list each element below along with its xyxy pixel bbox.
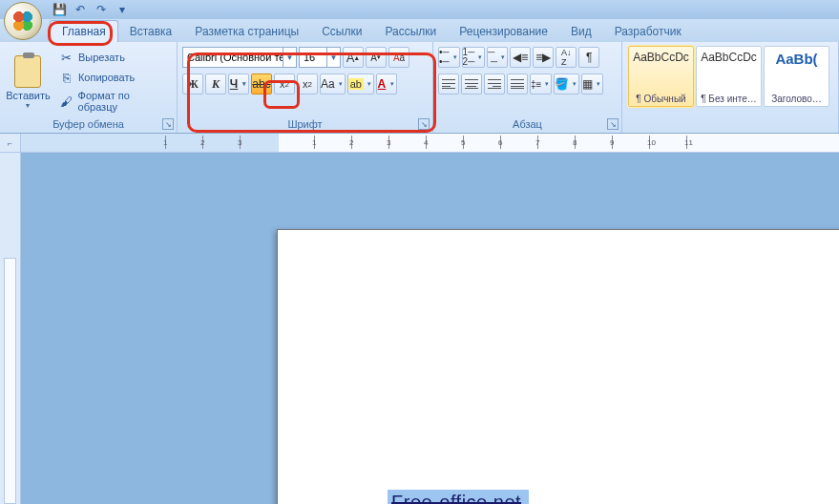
tab-insert[interactable]: Вставка <box>118 21 184 42</box>
outdent-icon: ◀≡ <box>513 51 528 64</box>
font-launcher[interactable]: ↘ <box>418 118 430 130</box>
document-page[interactable]: Free-office.net <box>277 229 839 504</box>
multilevel-icon: ─ ─ <box>488 48 497 67</box>
strikethrough-button[interactable]: abc <box>251 74 272 94</box>
pilcrow-icon: ¶ <box>586 51 592 64</box>
qat-save-button[interactable]: 💾 <box>52 2 67 17</box>
paragraph-launcher[interactable]: ↘ <box>607 118 619 130</box>
ruler-corner-button[interactable]: ⌐ <box>0 134 21 152</box>
bold-button[interactable]: Ж <box>182 74 203 94</box>
bucket-icon: 🪣 <box>555 77 569 91</box>
chevron-down-icon[interactable]: ▼ <box>283 48 296 67</box>
horizontal-ruler-bar: ⌐ 3211234567891011 <box>0 134 839 153</box>
copy-icon: ⎘ <box>59 70 74 85</box>
increase-indent-button[interactable]: ≡▶ <box>533 47 554 68</box>
style-normal[interactable]: AaBbCcDc ¶ Обычный <box>628 46 694 107</box>
brush-icon: 🖌 <box>59 94 74 109</box>
superscript-button[interactable]: x2 <box>297 74 318 94</box>
bullets-icon: •─•─ <box>439 48 450 67</box>
selected-text[interactable]: Free-office.net <box>388 490 529 504</box>
borders-icon: ▦ <box>582 77 593 91</box>
qat-undo-button[interactable]: ↶ <box>73 2 88 17</box>
paste-label: Вставить <box>6 90 51 101</box>
align-right-button[interactable] <box>484 74 505 94</box>
align-right-icon <box>488 79 501 89</box>
format-painter-button[interactable]: 🖌Формат по образцу <box>56 88 173 115</box>
align-left-button[interactable] <box>438 74 459 94</box>
ribbon-tabs: Главная Вставка Разметка страницы Ссылки… <box>0 19 839 42</box>
group-clipboard: Вставить ▾ ✂Вырезать ⎘Копировать 🖌Формат… <box>0 42 178 133</box>
shading-button[interactable]: 🪣 <box>554 74 579 94</box>
font-color-button[interactable]: A <box>376 74 397 94</box>
font-size-combo[interactable]: 16▼ <box>299 47 341 68</box>
decrease-indent-button[interactable]: ◀≡ <box>510 47 531 68</box>
justify-button[interactable] <box>507 74 528 94</box>
style-heading1[interactable]: AaBb( Заголово… <box>764 46 829 107</box>
sort-icon: A↓Z <box>561 48 572 67</box>
horizontal-ruler[interactable]: 3211234567891011 <box>21 134 839 152</box>
change-case-button[interactable]: Aa <box>320 74 346 94</box>
vertical-ruler[interactable] <box>0 153 21 504</box>
tab-references[interactable]: Ссылки <box>310 21 373 42</box>
numbering-button[interactable]: 1─2─ <box>462 47 486 68</box>
tab-page-layout[interactable]: Разметка страницы <box>183 21 310 42</box>
clear-formatting-button[interactable]: Aa <box>388 47 409 68</box>
underline-button[interactable]: Ч <box>228 74 249 94</box>
office-logo-icon <box>12 10 33 32</box>
borders-button[interactable]: ▦ <box>581 74 603 94</box>
tab-review[interactable]: Рецензирование <box>448 21 559 42</box>
style-no-spacing[interactable]: AaBbCcDc ¶ Без инте… <box>696 46 762 107</box>
ribbon: Вставить ▾ ✂Вырезать ⎘Копировать 🖌Формат… <box>0 42 839 134</box>
qat-customize-button[interactable]: ▾ <box>115 2 130 17</box>
show-marks-button[interactable]: ¶ <box>578 47 599 68</box>
document-workspace: Free-office.net <box>0 153 839 504</box>
group-font-label: Шрифт <box>181 116 429 133</box>
sort-button[interactable]: A↓Z <box>556 47 577 68</box>
multilevel-list-button[interactable]: ─ ─ <box>487 47 508 68</box>
tab-view[interactable]: Вид <box>559 21 603 42</box>
font-name-combo[interactable]: Calibri (Основной те▼ <box>182 47 297 68</box>
numbering-icon: 1─2─ <box>463 48 475 67</box>
align-center-icon <box>465 79 478 89</box>
italic-button[interactable]: К <box>205 74 226 94</box>
group-clipboard-label: Буфер обмена <box>4 116 173 133</box>
subscript-button[interactable]: x2 <box>274 74 295 94</box>
scissors-icon: ✂ <box>59 50 74 65</box>
group-paragraph: •─•─ 1─2─ ─ ─ ◀≡ ≡▶ A↓Z ¶ ‡≡ 🪣 ▦ Абзац ↘ <box>433 42 622 133</box>
grow-font-button[interactable]: A▲ <box>343 47 364 68</box>
align-center-button[interactable] <box>461 74 482 94</box>
group-styles: AaBbCcDc ¶ Обычный AaBbCcDc ¶ Без инте… … <box>622 42 839 133</box>
highlight-color-button[interactable]: ab <box>347 74 374 94</box>
qat-redo-button[interactable]: ↷ <box>94 2 109 17</box>
group-font: Calibri (Основной те▼ 16▼ A▲ A▼ Aa Ж К Ч… <box>178 42 433 133</box>
paste-icon <box>14 55 41 88</box>
paste-button[interactable]: Вставить ▾ <box>4 44 52 116</box>
line-spacing-icon: ‡≡ <box>531 79 541 90</box>
justify-icon <box>511 79 524 89</box>
document-canvas[interactable]: Free-office.net <box>29 153 839 504</box>
indent-icon: ≡▶ <box>535 51 551 64</box>
title-bar: 💾 ↶ ↷ ▾ <box>0 0 839 19</box>
chevron-down-icon[interactable]: ▼ <box>326 48 340 67</box>
line-spacing-button[interactable]: ‡≡ <box>530 74 552 94</box>
office-button[interactable] <box>4 2 42 40</box>
tab-mailings[interactable]: Рассылки <box>373 21 448 42</box>
cut-button[interactable]: ✂Вырезать <box>56 48 173 67</box>
shrink-font-button[interactable]: A▼ <box>366 47 387 68</box>
bullets-button[interactable]: •─•─ <box>438 47 460 68</box>
group-paragraph-label: Абзац <box>437 116 618 133</box>
tab-developer[interactable]: Разработчик <box>603 21 693 42</box>
clipboard-launcher[interactable]: ↘ <box>162 118 174 130</box>
align-left-icon <box>442 79 455 89</box>
tab-home[interactable]: Главная <box>50 20 118 42</box>
copy-button[interactable]: ⎘Копировать <box>56 68 173 87</box>
